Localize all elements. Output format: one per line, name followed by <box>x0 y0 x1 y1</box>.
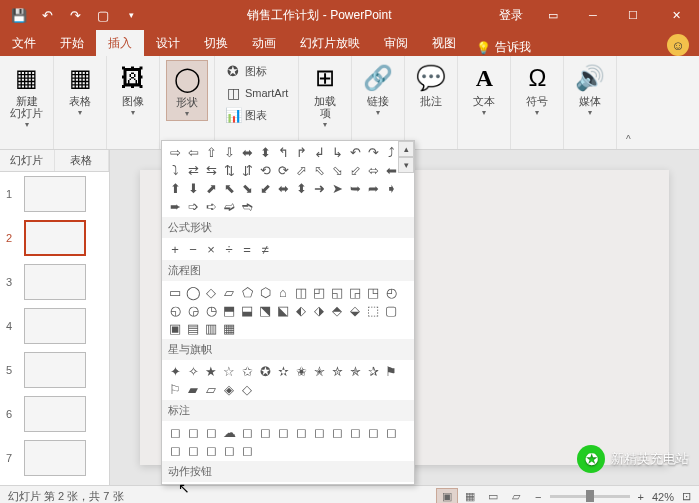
subtab-table[interactable]: 表格 <box>55 150 110 171</box>
shape-item[interactable]: ➩ <box>184 197 202 215</box>
tab-insert[interactable]: 插入 <box>96 30 144 56</box>
shape-item[interactable]: ⬉ <box>220 179 238 197</box>
shape-item[interactable]: ↶ <box>346 143 364 161</box>
smartart-button[interactable]: ◫SmartArt <box>221 82 292 104</box>
shape-item[interactable]: ➥ <box>346 179 364 197</box>
shape-item[interactable]: ◰ <box>310 283 328 301</box>
shape-item[interactable]: ◴ <box>382 283 400 301</box>
shape-item[interactable]: ◻ <box>166 441 184 459</box>
shape-item[interactable]: ⬂ <box>328 161 346 179</box>
shape-item[interactable]: ⬡ <box>256 283 274 301</box>
tab-animations[interactable]: 动画 <box>240 30 288 56</box>
shape-item[interactable]: ⬖ <box>292 301 310 319</box>
chart-button[interactable]: 📊图表 <box>221 104 271 126</box>
shape-item[interactable]: ◻ <box>274 423 292 441</box>
shape-item[interactable]: ★ <box>202 362 220 380</box>
shape-item[interactable]: ⬁ <box>310 161 328 179</box>
shape-item[interactable]: ◈ <box>220 380 238 398</box>
shape-item[interactable]: ⬚ <box>364 301 382 319</box>
table-button[interactable]: ▦ 表格 ▾ <box>60 60 100 119</box>
tab-file[interactable]: 文件 <box>0 30 48 56</box>
shape-item[interactable]: ⬊ <box>238 179 256 197</box>
shape-item[interactable]: ⬠ <box>238 283 256 301</box>
zoom-in-icon[interactable]: + <box>638 491 644 503</box>
gallery-scroll-down[interactable]: ▾ <box>398 157 414 173</box>
shape-item[interactable]: ◻ <box>310 423 328 441</box>
tab-view[interactable]: 视图 <box>420 30 468 56</box>
qat-more-icon[interactable]: ▾ <box>118 3 144 27</box>
shape-item[interactable]: ◻ <box>292 423 310 441</box>
thumbnail-1[interactable]: 1 <box>0 172 109 216</box>
tab-home[interactable]: 开始 <box>48 30 96 56</box>
subtab-slides[interactable]: 幻灯片 <box>0 150 55 171</box>
gallery-scroll-up[interactable]: ▴ <box>398 141 414 157</box>
slideshow-view-icon[interactable]: ▱ <box>505 488 527 504</box>
shape-item[interactable]: − <box>184 240 202 258</box>
shape-item[interactable]: ◻ <box>238 441 256 459</box>
shape-item[interactable]: ⬗ <box>310 301 328 319</box>
shape-item[interactable]: ✪ <box>256 362 274 380</box>
shape-item[interactable]: ⬙ <box>346 301 364 319</box>
shape-item[interactable]: ◲ <box>346 283 364 301</box>
media-button[interactable]: 🔊 媒体 ▾ <box>570 60 610 119</box>
text-button[interactable]: A 文本 ▾ <box>464 60 504 119</box>
share-button[interactable]: ☺ <box>667 34 689 56</box>
images-button[interactable]: 🖼 图像 ▾ <box>113 60 153 119</box>
tab-design[interactable]: 设计 <box>144 30 192 56</box>
shape-item[interactable]: ▢ <box>382 301 400 319</box>
shape-item[interactable]: ◻ <box>328 423 346 441</box>
shape-item[interactable]: ▰ <box>184 380 202 398</box>
shape-item[interactable]: ▱ <box>220 283 238 301</box>
shape-item[interactable]: ↳ <box>328 143 346 161</box>
icons-button[interactable]: ✪图标 <box>221 60 271 82</box>
shape-item[interactable]: ⇦ <box>184 143 202 161</box>
shape-item[interactable]: ▥ <box>202 319 220 337</box>
shape-item[interactable]: ⬋ <box>256 179 274 197</box>
shape-item[interactable]: ➨ <box>166 197 184 215</box>
shape-item[interactable]: ✰ <box>364 362 382 380</box>
shape-item[interactable]: ➤ <box>328 179 346 197</box>
shapes-button[interactable]: ◯ 形状 ▾ <box>166 60 208 121</box>
shape-item[interactable]: ⬔ <box>256 301 274 319</box>
shape-item[interactable]: ⇄ <box>184 161 202 179</box>
shape-item[interactable]: ◻ <box>238 423 256 441</box>
shape-item[interactable]: ⬇ <box>184 179 202 197</box>
shape-item[interactable]: ▭ <box>166 283 184 301</box>
shape-item[interactable]: ⬒ <box>220 301 238 319</box>
thumbnail-7[interactable]: 7 <box>0 436 109 480</box>
shape-item[interactable]: ◫ <box>292 283 310 301</box>
zoom-slider[interactable] <box>550 495 630 498</box>
shape-item[interactable]: ⬀ <box>292 161 310 179</box>
save-icon[interactable]: 💾 <box>6 3 32 27</box>
shape-item[interactable]: ⇩ <box>220 143 238 161</box>
shape-item[interactable]: ÷ <box>220 240 238 258</box>
thumbnail-4[interactable]: 4 <box>0 304 109 348</box>
shape-item[interactable]: ⬈ <box>202 179 220 197</box>
login-link[interactable]: 登录 <box>489 7 533 24</box>
zoom-level[interactable]: 42% <box>652 491 674 503</box>
undo-icon[interactable]: ↶ <box>34 3 60 27</box>
shape-item[interactable]: ⇅ <box>220 161 238 179</box>
shape-item[interactable]: ↲ <box>310 143 328 161</box>
shape-item[interactable]: ▦ <box>220 319 238 337</box>
shape-item[interactable]: ☁ <box>220 423 238 441</box>
zoom-out-icon[interactable]: − <box>535 491 541 503</box>
shape-item[interactable]: ⬕ <box>274 301 292 319</box>
shape-item[interactable]: ◇ <box>238 380 256 398</box>
shape-item[interactable]: ⬓ <box>238 301 256 319</box>
thumbnail-5[interactable]: 5 <box>0 348 109 392</box>
shape-item[interactable]: ⚑ <box>382 362 400 380</box>
shape-item[interactable]: ◻ <box>346 423 364 441</box>
symbols-button[interactable]: Ω 符号 ▾ <box>517 60 557 119</box>
new-slide-button[interactable]: ▦ 新建 幻灯片 ▾ <box>6 60 47 131</box>
shape-item[interactable]: ◷ <box>202 301 220 319</box>
shape-item[interactable]: ↰ <box>274 143 292 161</box>
shape-item[interactable]: ≠ <box>256 240 274 258</box>
shape-item[interactable]: ✦ <box>166 362 184 380</box>
shape-item[interactable]: ◻ <box>184 441 202 459</box>
tab-review[interactable]: 审阅 <box>372 30 420 56</box>
addins-button[interactable]: ⊞ 加载 项 ▾ <box>305 60 345 131</box>
shape-item[interactable]: ▱ <box>202 380 220 398</box>
shape-item[interactable]: ⬍ <box>292 179 310 197</box>
shape-item[interactable]: + <box>166 240 184 258</box>
